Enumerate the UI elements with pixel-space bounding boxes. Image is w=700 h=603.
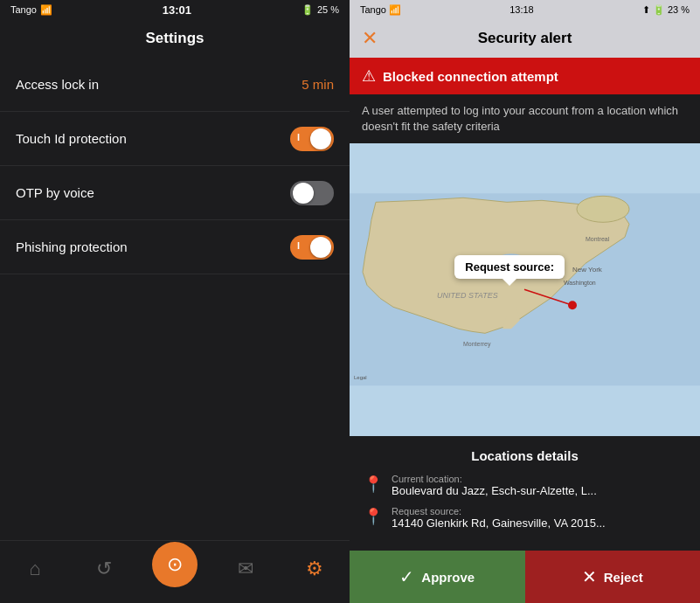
left-status-left: Tango 📶 xyxy=(10,4,52,16)
otp-voice-toggle[interactable] xyxy=(290,181,334,205)
location-row-current: 📍 Current location: Boulevard du Jazz, E… xyxy=(364,474,686,497)
left-battery-pct: 25 % xyxy=(317,4,339,15)
left-wifi-icon: 📶 xyxy=(40,4,52,16)
svg-text:New York: New York xyxy=(572,267,603,274)
right-status-right: ⬆ 🔋 23 % xyxy=(642,4,690,16)
right-battery-icon: 🔋 xyxy=(653,4,665,16)
source-pin-icon: 📍 xyxy=(364,507,383,526)
settings-item-otp-voice[interactable]: OTP by voice xyxy=(0,166,350,220)
mail-icon: ✉ xyxy=(238,558,253,580)
svg-text:UNITED STATES: UNITED STATES xyxy=(437,292,498,301)
reject-icon: ✕ xyxy=(582,566,597,587)
otp-voice-label: OTP by voice xyxy=(16,185,94,200)
approve-button[interactable]: ✓ Approve xyxy=(350,551,525,603)
source-location-text: Request source: 14140 Glenkirk Rd, Gaine… xyxy=(392,506,606,530)
access-lock-label: Access lock in xyxy=(16,77,99,92)
right-status-left: Tango 📶 xyxy=(360,4,401,16)
settings-item-access-lock[interactable]: Access lock in 5 min xyxy=(0,58,350,112)
nav-mail[interactable]: ✉ xyxy=(224,558,267,580)
right-carrier: Tango xyxy=(360,4,386,15)
location-row-source: 📍 Request source: 14140 Glenkirk Rd, Gai… xyxy=(364,506,686,530)
right-title: Security alert xyxy=(478,30,572,47)
touch-id-label: Touch Id protection xyxy=(16,131,127,146)
reject-button[interactable]: ✕ Reject xyxy=(525,551,701,603)
locations-panel: Locations details 📍 Current location: Bo… xyxy=(350,436,700,551)
svg-text:Washington: Washington xyxy=(564,281,596,288)
access-lock-value: 5 min xyxy=(301,77,334,92)
touch-id-toggle[interactable] xyxy=(290,127,334,151)
right-location-icon: ⬆ xyxy=(642,4,650,16)
settings-item-phishing[interactable]: Phishing protection xyxy=(0,220,350,274)
settings-item-touch-id[interactable]: Touch Id protection xyxy=(0,112,350,166)
approve-label: Approve xyxy=(421,570,475,585)
touch-id-toggle-knob xyxy=(310,128,331,149)
svg-point-14 xyxy=(568,302,577,310)
left-title: Settings xyxy=(145,30,204,47)
approve-icon: ✓ xyxy=(399,566,414,587)
history-icon: ↺ xyxy=(96,558,112,580)
left-header: Settings xyxy=(0,19,350,58)
phishing-toggle-knob xyxy=(310,237,331,258)
action-buttons: ✓ Approve ✕ Reject xyxy=(350,551,700,603)
request-source-text: Request source: xyxy=(465,260,554,274)
right-header: ✕ Security alert xyxy=(350,19,700,58)
left-status-right: 🔋 25 % xyxy=(301,4,339,16)
map-area: Chicago New York Washington UNITED STATE… xyxy=(350,143,700,436)
right-wifi-icon: 📶 xyxy=(389,4,401,16)
current-location-value: Boulevard du Jazz, Esch-sur-Alzette, L..… xyxy=(392,484,597,497)
svg-text:Monterrey: Monterrey xyxy=(463,342,491,349)
svg-text:Montreal: Montreal xyxy=(586,237,610,243)
left-time: 13:01 xyxy=(163,3,191,17)
nav-history[interactable]: ↺ xyxy=(82,558,126,580)
alert-icon: ⚠ xyxy=(362,66,376,86)
bottom-nav: ⌂ ↺ ⊙ ✉ ⚙ xyxy=(0,540,350,603)
left-carrier: Tango xyxy=(10,4,37,15)
source-location-label: Request source: xyxy=(392,506,606,516)
nav-camera-button[interactable]: ⊙ xyxy=(152,542,198,587)
settings-list: Access lock in 5 min Touch Id protection… xyxy=(0,58,350,540)
nav-settings[interactable]: ⚙ xyxy=(293,558,336,580)
phishing-label: Phishing protection xyxy=(16,239,128,254)
right-battery-pct: 23 % xyxy=(668,4,690,15)
map-svg: Chicago New York Washington UNITED STATE… xyxy=(350,143,700,436)
left-panel: Tango 📶 13:01 🔋 25 % Settings Access loc… xyxy=(0,0,350,603)
current-pin-icon: 📍 xyxy=(364,475,383,494)
right-status-bar: Tango 📶 13:18 ⬆ 🔋 23 % xyxy=(350,0,700,19)
reject-label: Reject xyxy=(604,570,643,585)
locations-title: Locations details xyxy=(364,448,686,463)
svg-point-2 xyxy=(577,197,629,223)
alert-banner: ⚠ Blocked connection attempt xyxy=(350,58,700,94)
nav-home[interactable]: ⌂ xyxy=(13,558,57,580)
current-location-label: Current location: xyxy=(392,474,597,484)
right-time: 13:18 xyxy=(509,4,534,15)
camera-icon: ⊙ xyxy=(167,553,183,576)
otp-voice-toggle-knob xyxy=(293,183,314,204)
request-source-bubble: Request source: xyxy=(454,255,565,279)
close-button[interactable]: ✕ xyxy=(362,27,378,50)
svg-text:Legal: Legal xyxy=(354,376,367,381)
right-panel: Tango 📶 13:18 ⬆ 🔋 23 % ✕ Security alert … xyxy=(350,0,700,603)
alert-description: A user attempted to log into your accoun… xyxy=(350,94,700,143)
home-icon: ⌂ xyxy=(29,558,40,580)
left-battery-icon: 🔋 xyxy=(301,4,314,16)
source-location-value: 14140 Glenkirk Rd, Gainesville, VA 2015.… xyxy=(392,516,606,530)
current-location-text: Current location: Boulevard du Jazz, Esc… xyxy=(392,474,597,497)
alert-banner-text: Blocked connection attempt xyxy=(383,69,558,84)
settings-icon: ⚙ xyxy=(306,558,323,580)
phishing-toggle[interactable] xyxy=(290,235,334,260)
left-status-bar: Tango 📶 13:01 🔋 25 % xyxy=(0,0,350,19)
